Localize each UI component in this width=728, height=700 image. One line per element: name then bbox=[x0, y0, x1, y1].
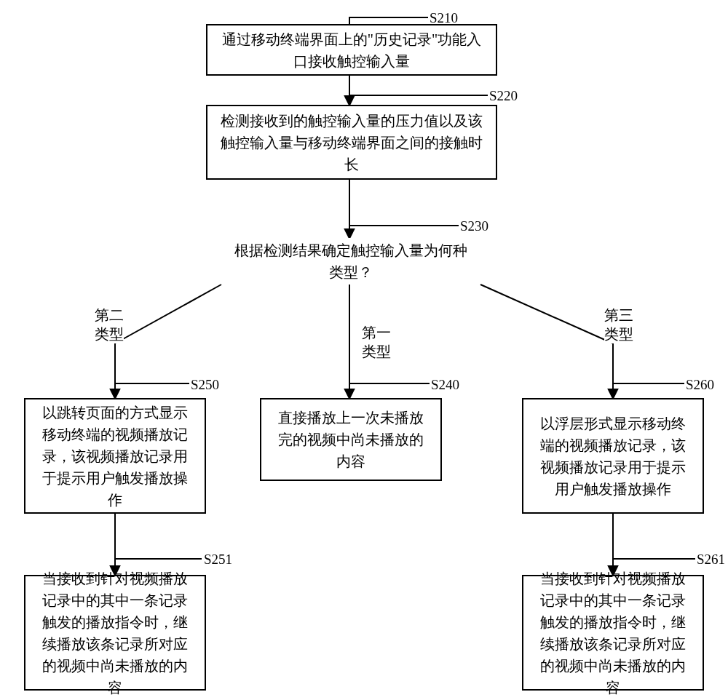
step-s240: 直接播放上一次未播放完的视频中尚未播放的内容 bbox=[260, 398, 442, 481]
step-s250: 以跳转页面的方式显示移动终端的视频播放记录，该视频播放记录用于提示用户触发播放操… bbox=[24, 398, 206, 514]
branch-type1: 第一 类型 bbox=[362, 323, 391, 361]
label-s230: S230 bbox=[460, 218, 488, 234]
label-s240: S240 bbox=[431, 377, 459, 393]
step-s261: 当接收到针对视频播放记录中的其中一条记录触发的播放指令时，继续播放该条记录所对应… bbox=[522, 575, 704, 691]
label-s220: S220 bbox=[489, 88, 518, 104]
step-s230: 根据检测结果确定触控输入量为何种类型？ bbox=[221, 238, 480, 285]
step-s220: 检测接收到的触控输入量的压力值以及该触控输入量与移动终端界面之间的接触时长 bbox=[206, 105, 497, 180]
branch-type2: 第二 类型 bbox=[95, 306, 124, 343]
step-s260: 以浮层形式显示移动终端的视频播放记录，该视频播放记录用于提示用户触发播放操作 bbox=[522, 398, 704, 514]
label-s251: S251 bbox=[204, 552, 232, 568]
branch-type3: 第三 类型 bbox=[604, 306, 633, 343]
step-s251: 当接收到针对视频播放记录中的其中一条记录触发的播放指令时，继续播放该条记录所对应… bbox=[24, 575, 206, 691]
label-s261: S261 bbox=[697, 552, 725, 568]
label-s250: S250 bbox=[191, 377, 219, 393]
label-s260: S260 bbox=[686, 377, 714, 393]
step-s210: 通过移动终端界面上的"历史记录"功能入口接收触控输入量 bbox=[206, 24, 497, 76]
